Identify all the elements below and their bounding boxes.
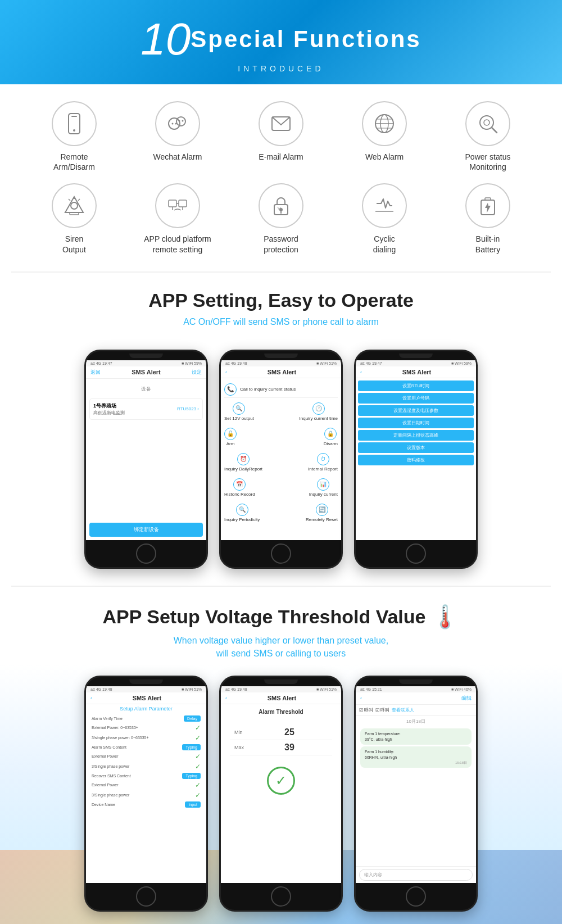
- icon-label-battery: Built-inBattery: [475, 234, 500, 254]
- phone-1-wrapper: att 4G 19:47 ■ WiFi 59% 返回 SMS Alert 设定 …: [84, 350, 208, 569]
- icon-circle-cyclic: [362, 183, 407, 228]
- phone-4-status: att 4G 19:48 ■ WiFi 51%: [86, 686, 206, 692]
- app-setting-subtitle: AC On/OFF will send SMS or phone call to…: [11, 317, 551, 327]
- icon-circle-cloud: [155, 183, 200, 228]
- icon-circle-wechat: [155, 101, 200, 146]
- phone-3-content: 设置RTU时间 设置用户号码 设置温湿度及电压参数 设置日期时间 定量间隔上报状…: [356, 378, 476, 468]
- phone-2-wrapper: att 4G 19:48 ■ WiFi 51% ‹ SMS Alert 📞 Ca…: [219, 350, 343, 569]
- svg-line-21: [69, 199, 70, 201]
- icon-password: Passwordprotection: [236, 183, 326, 254]
- page-header: 10 Special Functions INTRODUCED: [0, 0, 562, 84]
- phone-2-status: att 4G 19:48 ■ WiFi 51%: [221, 360, 341, 366]
- phone-1-content: 设备 1号养殖场 高低温新电监测 RTU5023 › 绑定新设备: [86, 379, 206, 540]
- icon-label-cyclic: Cyclicdialing: [373, 234, 396, 254]
- svg-point-19: [71, 202, 78, 209]
- email-icon: [269, 111, 293, 136]
- password-icon: [269, 193, 293, 218]
- phone-4-content: Alarm Verify Time Delay External Power: …: [86, 713, 206, 883]
- icon-power-status: Power statusMonitoring: [443, 101, 533, 172]
- icon-cyclic: Cyclicdialing: [339, 183, 429, 254]
- icon-siren: SirenOutput: [29, 183, 119, 254]
- phone-4-screen: att 4G 19:48 ■ WiFi 51% ‹ SMS Alert Setu…: [86, 686, 206, 883]
- cloud-icon: [165, 193, 190, 218]
- svg-point-17: [484, 120, 490, 125]
- icon-web-alarm: Web Alarm: [339, 101, 429, 172]
- phone-6-chat: Farm 1 temperature: 39°C, ultra-high Far…: [356, 727, 476, 866]
- header-subtitle: INTRODUCED: [11, 64, 551, 73]
- phone-4-wrapper: att 4G 19:48 ■ WiFi 51% ‹ SMS Alert Setu…: [84, 676, 208, 912]
- phone-3-wrapper: att 4G 19:47 ■ WiFi 59% ‹ SMS Alert 设置RT…: [354, 350, 478, 569]
- icons-row-1: RemoteArm/Disarm Wechat Alarm: [22, 101, 540, 172]
- svg-point-7: [179, 120, 180, 122]
- phone-1: att 4G 19:47 ■ WiFi 59% 返回 SMS Alert 设定 …: [84, 350, 208, 569]
- icons-row-2: SirenOutput APP cloud platformremote set…: [22, 183, 540, 254]
- icon-circle-power: [465, 101, 510, 146]
- icon-circle-siren: [52, 183, 97, 228]
- icon-label-cloud: APP cloud platformremote setting: [144, 234, 211, 254]
- phone-5-header: ‹ SMS Alert: [221, 692, 341, 704]
- svg-point-4: [176, 117, 185, 126]
- cyclic-icon: [372, 193, 397, 218]
- svg-marker-35: [485, 203, 491, 213]
- icon-label-email: E-mail Alarm: [259, 152, 303, 162]
- phone-1-screen: att 4G 19:47 ■ WiFi 59% 返回 SMS Alert 设定 …: [86, 360, 206, 540]
- icon-app-cloud: APP cloud platformremote setting: [133, 183, 223, 254]
- icon-circle-remote: [52, 101, 97, 146]
- svg-line-22: [78, 199, 80, 201]
- voltage-title: APP Setup Voltage Threshold Value 🌡️: [11, 604, 551, 630]
- svg-rect-34: [485, 198, 491, 200]
- svg-point-8: [182, 120, 184, 122]
- phone-1-status: att 4G 19:47 ■ WiFi 59%: [86, 360, 206, 366]
- svg-rect-24: [169, 200, 176, 207]
- phone-5-wrapper: att 4G 19:48 ■ WiFi 51% ‹ SMS Alert Alar…: [219, 676, 343, 912]
- icon-circle-email: [259, 101, 303, 146]
- icon-label-remote: RemoteArm/Disarm: [53, 152, 95, 172]
- phone-icon: [62, 111, 87, 136]
- header-text: Special Functions: [191, 26, 421, 53]
- voltage-subtitle-2: will send SMS or calling to users: [11, 649, 551, 659]
- svg-point-6: [175, 123, 177, 125]
- icon-remote-arm: RemoteArm/Disarm: [29, 101, 119, 172]
- search-power-icon: [475, 111, 500, 136]
- icon-circle-web: [362, 101, 407, 146]
- phone-6: att 4G 15:21 ■ WiFi 46% ‹ 编辑 ☑ 呼叫 ☑ 呼叫 查…: [354, 676, 478, 912]
- web-icon: [372, 111, 397, 136]
- icon-circle-battery: [465, 183, 510, 228]
- phone-2-content: 📞 Call to inquiry current status 🔍 Set 1…: [221, 378, 341, 540]
- icon-battery: Built-inBattery: [443, 183, 533, 254]
- phone-3-screen: att 4G 19:47 ■ WiFi 59% ‹ SMS Alert 设置RT…: [356, 360, 476, 540]
- phone-4: att 4G 19:48 ■ WiFi 51% ‹ SMS Alert Setu…: [84, 676, 208, 912]
- svg-rect-23: [70, 212, 79, 215]
- thermometer-icon: 🌡️: [431, 604, 459, 630]
- phone-5-screen: att 4G 19:48 ■ WiFi 51% ‹ SMS Alert Alar…: [221, 686, 341, 883]
- icon-label-power: Power statusMonitoring: [465, 152, 511, 172]
- icon-label-siren: SirenOutput: [62, 234, 86, 254]
- battery-icon: [475, 193, 500, 218]
- phone-1-header: 返回 SMS Alert 设定: [86, 366, 206, 379]
- phone-3: att 4G 19:47 ■ WiFi 59% ‹ SMS Alert 设置RT…: [354, 350, 478, 569]
- icon-label-web: Web Alarm: [365, 152, 404, 162]
- phone-6-home: [406, 886, 426, 907]
- phone-6-status: att 4G 15:21 ■ WiFi 46%: [356, 686, 476, 692]
- voltage-section: APP Setup Voltage Threshold Value 🌡️ Whe…: [0, 587, 562, 664]
- phone-2-screen: att 4G 19:48 ■ WiFi 51% ‹ SMS Alert 📞 Ca…: [221, 360, 341, 540]
- icon-label-password: Passwordprotection: [264, 234, 298, 254]
- phone-5-content: Min 25 Max 39 ✓: [221, 719, 341, 883]
- icon-label-wechat: Wechat Alarm: [153, 152, 202, 162]
- app-setting-section: APP Setting, Easy to Operate AC On/OFF w…: [0, 273, 562, 344]
- phone-4-home: [136, 886, 156, 907]
- svg-point-3: [169, 118, 180, 129]
- phone-2: att 4G 19:48 ■ WiFi 51% ‹ SMS Alert 📞 Ca…: [219, 350, 343, 569]
- phone-1-home: [136, 543, 156, 564]
- phone-3-header: ‹ SMS Alert: [356, 366, 476, 378]
- phone-3-status: att 4G 19:47 ■ WiFi 59%: [356, 360, 476, 366]
- icon-wechat-alarm: Wechat Alarm: [133, 101, 223, 172]
- header-number: 10: [140, 17, 191, 62]
- phone-5-notch: [264, 680, 298, 684]
- confirm-check-icon: ✓: [267, 767, 295, 795]
- wechat-icon: [165, 111, 190, 136]
- phone-6-input[interactable]: 输入内容: [356, 866, 476, 883]
- svg-point-2: [73, 129, 75, 132]
- svg-rect-25: [179, 200, 187, 207]
- phone-6-header: ‹ 编辑: [356, 692, 476, 705]
